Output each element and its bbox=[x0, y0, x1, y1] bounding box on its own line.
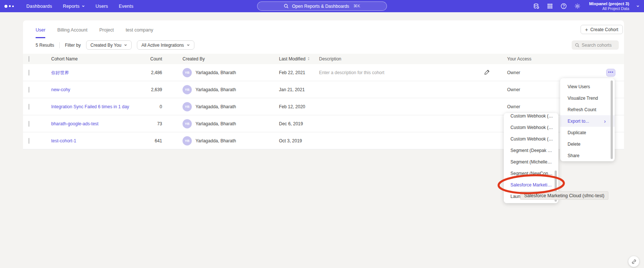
description-placeholder[interactable]: Enter a description for this cohort bbox=[319, 70, 384, 75]
chevron-down-icon bbox=[124, 43, 127, 47]
submenu-item-segment-1[interactable]: Segment (Deepak con... bbox=[504, 145, 558, 156]
cohort-type-tabs: User Billing Account Project test compan… bbox=[36, 27, 153, 38]
created-by-filter-label: Created By You bbox=[91, 43, 121, 48]
settings-gear-icon[interactable] bbox=[574, 3, 581, 10]
cohort-count: 641 bbox=[127, 138, 162, 143]
cohort-name-link[interactable]: bharath-google-ads-test bbox=[51, 121, 98, 126]
filter-toolbar: 5 Results Filter by Created By You All A… bbox=[36, 40, 194, 50]
menu-item-view-users[interactable]: View Users bbox=[560, 81, 615, 92]
cohorts-page: Dashboards Reports Users Events Open Rep… bbox=[0, 0, 644, 268]
row-context-menu: View Users Visualize Trend Refresh Count… bbox=[560, 78, 615, 161]
create-cohort-label: Create Cohort bbox=[590, 27, 618, 32]
integrations-filter-label: All Active Integrations bbox=[141, 43, 184, 48]
submenu-item-segment-3[interactable]: Segment (NewConnec... bbox=[504, 168, 558, 179]
project-selector[interactable]: Mixpanel (project 3) All Project Data bbox=[589, 1, 629, 11]
project-name: Mixpanel (project 3) bbox=[589, 1, 629, 6]
row-checkbox[interactable] bbox=[29, 104, 29, 110]
submenu-item-salesforce-marketing-cloud[interactable]: Salesforce Marketing C... bbox=[504, 179, 558, 191]
integration-tooltip: Salesforce Marketing Cloud (sfmc-test) bbox=[520, 191, 608, 200]
apps-grid-icon[interactable] bbox=[546, 3, 553, 10]
header-created-by: Created By bbox=[183, 56, 205, 62]
export-to-label: Export to... bbox=[568, 119, 589, 124]
search-cohorts-input[interactable]: Search cohorts bbox=[572, 40, 619, 50]
access-value: Owner bbox=[507, 70, 520, 75]
nav-reports[interactable]: Reports bbox=[63, 4, 85, 9]
avatar: YB bbox=[183, 85, 192, 94]
created-by-name: Yarlagadda, Bharath bbox=[196, 121, 236, 126]
menu-item-duplicate[interactable]: Duplicate bbox=[560, 127, 615, 138]
cohort-name-link[interactable]: new-cohy bbox=[51, 87, 70, 92]
mixpanel-logo-icon[interactable] bbox=[4, 5, 14, 8]
data-management-icon[interactable] bbox=[533, 3, 539, 10]
row-checkbox[interactable] bbox=[29, 138, 29, 144]
last-modified-date: Feb 12, 2020 bbox=[279, 104, 305, 109]
nav-dashboards[interactable]: Dashboards bbox=[26, 4, 52, 9]
row-checkbox[interactable] bbox=[29, 70, 29, 76]
sort-icon bbox=[307, 57, 310, 62]
divider bbox=[59, 42, 60, 48]
submenu-item-custom-webhook-2[interactable]: Custom Webhook (Co... bbox=[504, 122, 558, 133]
last-modified-date: Oct 3, 2019 bbox=[279, 138, 302, 143]
submenu-item-custom-webhook-3[interactable]: Custom Webhook (ne... bbox=[504, 133, 558, 145]
share-link-button[interactable] bbox=[628, 256, 639, 267]
nav-users-label: Users bbox=[96, 4, 108, 9]
created-by-filter[interactable]: Created By You bbox=[86, 40, 132, 50]
global-search-placeholder: Open Reports & Dashboards bbox=[292, 4, 349, 9]
link-icon bbox=[631, 259, 637, 264]
nav-users[interactable]: Users bbox=[96, 4, 108, 9]
export-submenu: Custom Webhook (Cu... Custom Webhook (Co… bbox=[504, 113, 558, 203]
menu-scrollbar[interactable] bbox=[611, 80, 613, 159]
access-value: Owner bbox=[507, 87, 520, 92]
submenu-item-custom-webhook-1[interactable]: Custom Webhook (Cu... bbox=[504, 113, 558, 122]
cohort-count: 73 bbox=[127, 121, 162, 126]
avatar: YB bbox=[183, 68, 192, 77]
cohort-name-link[interactable]: 你好世界 bbox=[51, 69, 69, 76]
table-row[interactable]: 你好世界 2,486 YBYarlagadda, Bharath Feb 22,… bbox=[23, 64, 624, 81]
cohort-count: 2,486 bbox=[127, 70, 162, 75]
cohort-name-link[interactable]: test-cohort-1 bbox=[51, 138, 76, 143]
avatar: YB bbox=[183, 136, 192, 145]
submenu-item-segment-2[interactable]: Segment (MichelleTest) bbox=[504, 156, 558, 168]
header-description: Description bbox=[319, 56, 341, 62]
results-count: 5 Results bbox=[36, 43, 54, 48]
header-last-modified-label: Last Modified bbox=[279, 56, 305, 62]
cohort-name-link[interactable]: Integration Sync Failed 6 times in 1 day bbox=[51, 104, 129, 109]
integrations-filter[interactable]: All Active Integrations bbox=[137, 40, 194, 50]
menu-item-refresh-count[interactable]: Refresh Count bbox=[560, 104, 615, 115]
chevron-down-icon bbox=[82, 4, 85, 8]
tab-billing-account[interactable]: Billing Account bbox=[57, 27, 87, 38]
menu-item-export-to[interactable]: Export to... › bbox=[560, 115, 615, 127]
global-search-bar[interactable]: Open Reports & Dashboards ⌘K bbox=[257, 1, 387, 11]
header-your-access: Your Access bbox=[507, 56, 532, 62]
access-value: Owner bbox=[507, 104, 520, 109]
menu-item-share[interactable]: Share bbox=[560, 150, 615, 161]
search-shortcut-hint: ⌘K bbox=[353, 4, 360, 9]
created-by-name: Yarlagadda, Bharath bbox=[196, 138, 236, 143]
export-submenu-list: Custom Webhook (Cu... Custom Webhook (Co… bbox=[504, 113, 558, 202]
edit-pencil-icon[interactable] bbox=[484, 69, 490, 76]
select-all-checkbox[interactable] bbox=[29, 56, 29, 62]
menu-item-delete[interactable]: Delete bbox=[560, 138, 615, 150]
nav-reports-label: Reports bbox=[63, 4, 79, 9]
tab-project[interactable]: Project bbox=[99, 27, 114, 38]
last-modified-date: Dec 6, 2019 bbox=[279, 121, 303, 126]
row-checkbox[interactable] bbox=[29, 87, 29, 93]
help-icon[interactable] bbox=[560, 3, 567, 10]
last-modified-date: Feb 22, 2021 bbox=[279, 70, 305, 75]
chevron-down-icon bbox=[187, 43, 190, 47]
menu-item-visualize-trend[interactable]: Visualize Trend bbox=[560, 92, 615, 104]
nav-dashboards-label: Dashboards bbox=[26, 4, 52, 9]
tab-test-company[interactable]: test company bbox=[126, 27, 153, 38]
header-last-modified[interactable]: Last Modified bbox=[279, 56, 310, 62]
table-row[interactable]: new-cohy 2,639 YBYarlagadda, Bharath Jan… bbox=[23, 81, 624, 98]
create-cohort-button[interactable]: + Create Cohort bbox=[581, 25, 623, 34]
filter-by-label: Filter by bbox=[65, 43, 81, 48]
nav-events[interactable]: Events bbox=[119, 4, 133, 9]
project-chevron-down-icon[interactable] bbox=[636, 4, 640, 8]
row-checkbox[interactable] bbox=[29, 121, 29, 127]
last-modified-date: Jan 21, 2021 bbox=[279, 87, 305, 92]
row-actions-button[interactable]: ••• bbox=[606, 69, 615, 76]
cohort-count: 2,639 bbox=[127, 87, 162, 92]
project-scope: All Project Data bbox=[589, 6, 629, 11]
tab-user[interactable]: User bbox=[36, 27, 45, 38]
